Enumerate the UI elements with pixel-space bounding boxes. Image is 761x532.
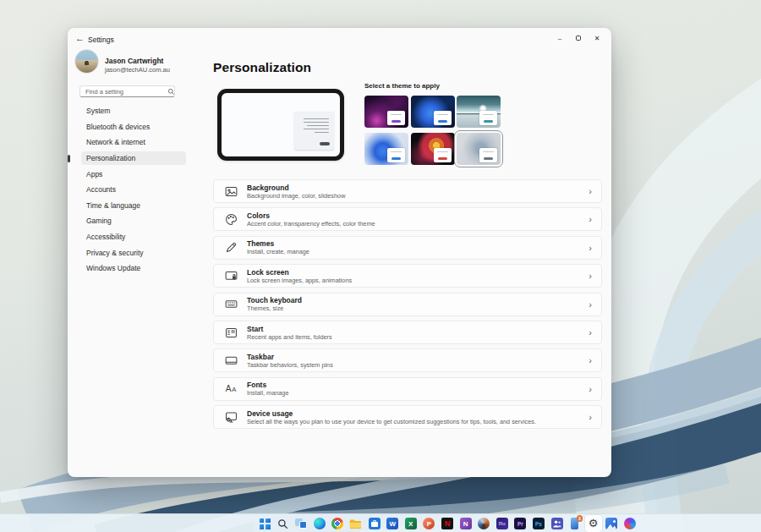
sidebar-item-accounts[interactable]: Accounts (81, 183, 186, 197)
theme-accent-bar (484, 120, 493, 123)
taskbar-photoshop-button[interactable]: Ps (532, 517, 545, 530)
settings-row-lock-screen[interactable]: Lock screenLock screen images, apps, ani… (213, 264, 602, 288)
premiere-pro-logo-icon: Pr (514, 518, 526, 529)
settings-row-taskbar[interactable]: TaskbarTaskbar behaviors, system pins› (213, 348, 602, 372)
row-title: Touch keyboard (247, 296, 589, 304)
sidebar-item-bluetooth-devices[interactable]: Bluetooth & devices (81, 120, 186, 134)
theme-tile-grey-flow[interactable] (457, 133, 501, 165)
sidebar-item-label: Accessibility (81, 233, 125, 241)
minimize-icon[interactable]: – (550, 31, 569, 45)
theme-accent-bar (391, 120, 401, 123)
taskbar-phone-link-button[interactable]: 3 (568, 517, 582, 530)
taskbar-store-button[interactable] (368, 517, 381, 530)
search-box[interactable] (79, 85, 175, 97)
taskbar-creative-swirl-button[interactable] (477, 517, 490, 530)
close-icon[interactable]: ✕ (588, 31, 606, 45)
taskbar-photos-button[interactable] (605, 517, 618, 530)
row-title: Fonts (247, 381, 589, 389)
theme-window-preview (434, 148, 452, 162)
colors-icon (224, 212, 238, 227)
search-icon (167, 88, 175, 96)
theme-tile-vivid-flower-dark[interactable] (411, 133, 455, 165)
notification-badge: 3 (577, 515, 583, 522)
maximize-box (576, 36, 582, 41)
taskbar-netflix-button[interactable]: N (441, 517, 454, 530)
maximize-icon[interactable] (569, 31, 588, 45)
chevron-right-icon: › (589, 215, 592, 223)
preview-button (320, 142, 330, 146)
sidebar-item-network-internet[interactable]: Network & internet (81, 135, 186, 150)
sidebar-item-windows-update[interactable]: Windows Update (81, 261, 186, 276)
sidebar-item-label: Time & language (81, 201, 140, 210)
sidebar-item-privacy-security[interactable]: Privacy & security (81, 245, 186, 260)
taskbar-settings-button[interactable]: ⚙ (587, 517, 600, 530)
theme-accent-bar (484, 157, 493, 160)
sidebar-item-personalization[interactable]: Personalization (81, 151, 186, 166)
taskbar: WXPNNRuPrPs3⚙ (0, 513, 761, 532)
row-title: Taskbar (247, 353, 589, 361)
svg-text:A: A (226, 385, 232, 394)
sidebar-item-apps[interactable]: Apps (81, 167, 186, 181)
taskbar-start-button[interactable] (258, 517, 271, 530)
chevron-right-icon: › (589, 271, 592, 280)
taskbar-premiere-pro-button[interactable]: Pr (513, 517, 527, 530)
sidebar-item-label: Apps (81, 170, 102, 178)
sidebar-item-accessibility[interactable]: Accessibility (81, 230, 186, 244)
taskbar-edge-button[interactable] (313, 517, 326, 530)
taskbar-file-explorer-button[interactable] (349, 517, 363, 530)
taskbar-media-colorful-button[interactable] (623, 517, 637, 530)
row-subtitle: Install, manage (247, 389, 589, 397)
sidebar-item-label: Gaming (81, 217, 112, 225)
taskbar-task-view-button[interactable] (294, 517, 308, 530)
settings-row-touch-keyboard[interactable]: Touch keyboardThemes, size› (213, 293, 602, 316)
row-subtitle: Accent color, transparency effects, colo… (247, 220, 589, 228)
photos-logo-icon (605, 518, 617, 529)
settings-row-start[interactable]: StartRecent apps and items, folders› (213, 321, 602, 344)
settings-row-background[interactable]: BackgroundBackground image, color, slide… (213, 179, 602, 203)
avatar[interactable] (75, 50, 98, 73)
theme-accent-bar (438, 157, 447, 160)
settings-row-device-usage[interactable]: Device usageSelect all the ways you plan… (213, 405, 602, 429)
excel-logo-icon: X (405, 518, 417, 529)
chevron-right-icon: › (589, 356, 592, 365)
row-subtitle: Themes, size (247, 304, 589, 312)
sidebar-item-time-language[interactable]: Time & language (81, 199, 186, 213)
settings-row-themes[interactable]: ThemesInstall, create, manage› (213, 236, 602, 260)
taskbar-excel-button[interactable]: X (404, 517, 418, 530)
theme-tile-windows-bloom-dark[interactable] (411, 96, 455, 128)
theme-tile-windows-bloom-light[interactable] (364, 133, 408, 165)
gear-icon: ⚙ (589, 517, 599, 530)
netflix-logo-icon: N (441, 518, 453, 529)
theme-window-preview (387, 148, 405, 162)
theme-tile-glow-dark[interactable] (364, 96, 408, 128)
taskbar-word-button[interactable]: W (386, 517, 399, 530)
theme-tile-sunrise-landscape[interactable] (457, 96, 501, 128)
folder-icon (349, 518, 362, 529)
sidebar-item-label: Personalization (81, 154, 135, 162)
taskbar-chrome-button[interactable] (331, 517, 344, 530)
sidebar-item-gaming[interactable]: Gaming (81, 214, 186, 228)
settings-window: ← Settings – ✕ Jason Cartwright jason@te… (68, 28, 611, 477)
chrome-logo-icon (331, 518, 343, 529)
creative-app-icon (478, 518, 490, 529)
taskbar-icon (224, 354, 238, 368)
back-arrow-icon[interactable]: ← (75, 33, 85, 43)
themes-icon (224, 240, 238, 255)
store-logo-icon (369, 518, 380, 529)
theme-window-preview (479, 148, 497, 162)
taskbar-teams-button[interactable] (550, 517, 564, 530)
taskbar-search-button[interactable] (276, 517, 290, 530)
taskbar-powerpoint-button[interactable]: P (422, 517, 435, 530)
sidebar-item-system[interactable]: System (81, 104, 186, 118)
row-subtitle: Install, create, manage (247, 248, 589, 255)
search-input[interactable] (80, 88, 167, 96)
settings-row-fonts[interactable]: AAFontsInstall, manage› (213, 377, 602, 401)
taskbar-premiere-rush-button[interactable]: Ru (495, 517, 509, 530)
sidebar-item-label: Windows Update (81, 264, 140, 272)
fonts-icon: AA (224, 381, 238, 396)
settings-row-colors[interactable]: ColorsAccent color, transparency effects… (213, 207, 602, 231)
theme-picker-label: Select a theme to apply (364, 82, 440, 90)
taskbar-onenote-button[interactable]: N (459, 517, 473, 530)
sidebar-item-label: Accounts (81, 185, 116, 194)
colorful-media-icon (624, 518, 636, 529)
